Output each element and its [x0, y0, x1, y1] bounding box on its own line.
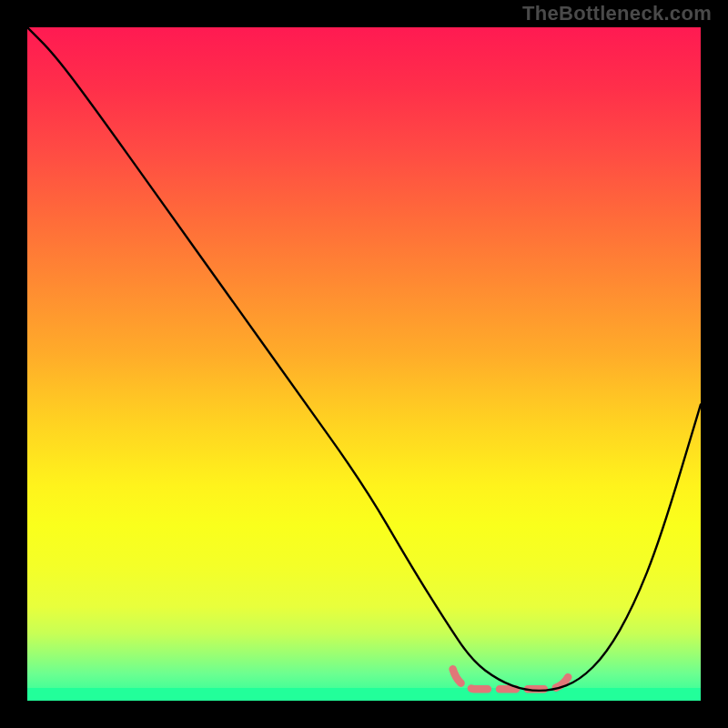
plot-area [27, 27, 701, 701]
bottleneck-curve [27, 27, 701, 691]
watermark-text: TheBottleneck.com [522, 2, 712, 25]
chart-frame: TheBottleneck.com [0, 0, 728, 728]
curve-svg [27, 27, 701, 701]
